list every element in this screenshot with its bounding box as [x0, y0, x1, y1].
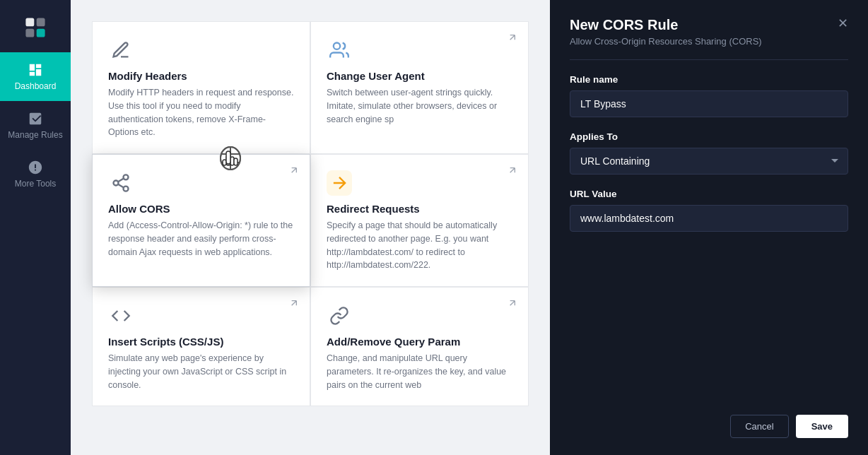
svg-line-9 — [118, 179, 124, 182]
svg-rect-2 — [25, 29, 34, 37]
close-button[interactable]: ✕ — [838, 17, 848, 30]
expand-icon-allow-cors — [288, 165, 300, 179]
sidebar-item-dashboard-label: Dashboard — [15, 81, 57, 91]
sidebar-item-manage-rules-label: Manage Rules — [8, 130, 62, 140]
sidebar-item-more-tools[interactable]: More Tools — [0, 150, 71, 199]
svg-point-5 — [124, 175, 129, 179]
modify-headers-description: Modify HTTP headers in request and respo… — [108, 86, 294, 139]
expand-icon-insert-scripts — [288, 297, 300, 312]
rule-name-input[interactable] — [570, 90, 848, 117]
insert-scripts-title: Insert Scripts (CSS/JS) — [108, 336, 294, 348]
expand-icon-user-agent — [507, 32, 518, 46]
change-user-agent-description: Switch between user-agent strings quickl… — [327, 86, 512, 126]
change-user-agent-icon — [327, 37, 352, 63]
redirect-requests-title: Redirect Requests — [327, 203, 512, 215]
tool-card-redirect-requests[interactable]: Redirect Requests Specify a page that sh… — [310, 154, 529, 287]
tool-card-allow-cors[interactable]: Allow CORS Add (Access-Control-Allow-Ori… — [92, 154, 310, 287]
allow-cors-title: Allow CORS — [108, 203, 294, 215]
redirect-requests-icon — [327, 170, 352, 196]
svg-rect-18 — [223, 160, 226, 165]
sidebar-item-manage-rules[interactable]: Manage Rules — [0, 101, 71, 150]
svg-line-8 — [118, 184, 124, 188]
rule-name-group: Rule name — [570, 74, 848, 117]
svg-rect-3 — [37, 29, 45, 37]
svg-rect-0 — [25, 18, 34, 26]
svg-rect-1 — [37, 18, 45, 26]
panel-title: New CORS Rule — [570, 17, 678, 33]
logo — [0, 7, 71, 52]
change-user-agent-title: Change User Agent — [327, 70, 512, 82]
allow-cors-icon — [108, 170, 134, 196]
panel-actions: Cancel Save — [570, 401, 848, 438]
query-param-description: Change, and manipulate URL query paramet… — [327, 352, 512, 391]
panel-header: New CORS Rule ✕ — [570, 17, 848, 33]
insert-scripts-icon — [108, 303, 134, 329]
tool-card-change-user-agent[interactable]: Change User Agent Switch between user-ag… — [310, 21, 529, 154]
svg-rect-17 — [234, 158, 237, 165]
sidebar-item-more-tools-label: More Tools — [15, 179, 56, 189]
svg-point-7 — [124, 187, 129, 191]
sidebar-item-dashboard[interactable]: Dashboard — [0, 52, 71, 101]
svg-point-6 — [114, 181, 119, 186]
rule-name-label: Rule name — [570, 74, 848, 85]
tools-grid: Modify Headers Modify HTTP headers in re… — [92, 21, 529, 406]
query-param-title: Add/Remove Query Param — [327, 336, 512, 348]
save-button[interactable]: Save — [796, 415, 848, 438]
url-value-input[interactable] — [570, 205, 848, 232]
expand-icon-redirect — [507, 165, 518, 179]
main-content: Modify Headers Modify HTTP headers in re… — [71, 0, 550, 455]
tool-card-query-param[interactable]: Add/Remove Query Param Change, and manip… — [310, 287, 529, 406]
modify-headers-title: Modify Headers — [108, 70, 294, 82]
query-param-icon — [327, 303, 352, 329]
sidebar: Dashboard Manage Rules More Tools — [0, 0, 71, 455]
svg-rect-16 — [230, 157, 234, 165]
applies-to-group: Applies To URL Containing URL Equals URL… — [570, 131, 848, 175]
tool-card-modify-headers[interactable]: Modify Headers Modify HTTP headers in re… — [92, 21, 310, 154]
expand-icon-modify-headers — [288, 32, 300, 46]
svg-point-4 — [334, 43, 340, 49]
tool-card-insert-scripts[interactable]: Insert Scripts (CSS/JS) Simulate any web… — [92, 287, 310, 406]
expand-icon-query-param — [507, 297, 518, 312]
svg-rect-15 — [226, 155, 230, 165]
modify-headers-icon — [108, 37, 134, 63]
insert-scripts-description: Simulate any web page's experience by in… — [108, 352, 294, 391]
applies-to-select[interactable]: URL Containing URL Equals URL Starts Wit… — [570, 148, 848, 175]
cors-rule-panel: New CORS Rule ✕ Allow Cross-Origin Resou… — [550, 0, 868, 455]
redirect-requests-description: Specify a page that should be automatica… — [327, 219, 512, 272]
applies-to-label: Applies To — [570, 131, 848, 142]
url-value-label: URL Value — [570, 189, 848, 199]
url-value-group: URL Value — [570, 189, 848, 232]
cancel-button[interactable]: Cancel — [730, 415, 788, 438]
panel-subtitle: Allow Cross-Origin Resources Sharing (CO… — [570, 36, 848, 60]
allow-cors-description: Add (Access-Control-Allow-Origin: *) rul… — [108, 219, 294, 259]
